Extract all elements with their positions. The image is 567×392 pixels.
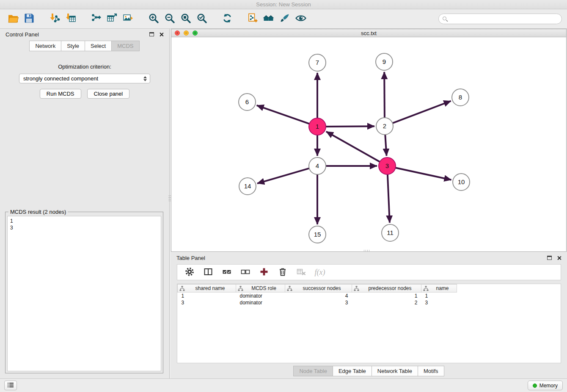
column-header-predecessor-nodes[interactable]: predecessor nodes <box>352 284 421 293</box>
gear-button[interactable] <box>183 266 196 279</box>
zoom-selected-button[interactable] <box>194 11 210 27</box>
node-14[interactable]: 14 <box>239 178 256 195</box>
export-network-button[interactable] <box>88 11 104 27</box>
mcds-buttons: Run MCDS Close panel <box>0 89 169 99</box>
edge-2-9[interactable] <box>384 72 385 118</box>
deselect-all-button[interactable] <box>239 266 252 279</box>
open-session-button[interactable] <box>5 11 21 27</box>
edge-1-6[interactable] <box>257 105 309 124</box>
memory-button[interactable]: Memory <box>528 381 563 390</box>
edge-2-8[interactable] <box>393 101 451 123</box>
delete-row-button[interactable] <box>276 266 289 279</box>
mcds-panel: Optimization criterion: strongly connect… <box>0 53 169 378</box>
tab-motifs[interactable]: Motifs <box>418 366 444 376</box>
node-3[interactable]: 3 <box>379 157 396 174</box>
column-header-successor-nodes[interactable]: successor nodes <box>285 284 352 293</box>
style-button[interactable] <box>277 11 293 27</box>
column-header-mcds-role[interactable]: MCDS role <box>236 284 285 293</box>
edge-4-14[interactable] <box>257 168 309 184</box>
node-11[interactable]: 11 <box>382 224 399 241</box>
node-6[interactable]: 6 <box>239 94 256 110</box>
window-titlebar: Session: New Session <box>0 0 567 9</box>
export-table-icon <box>107 13 118 25</box>
table-row[interactable]: 1dominator411 <box>178 293 457 299</box>
memory-label: Memory <box>539 383 558 389</box>
tab-network-table[interactable]: Network Table <box>372 366 418 376</box>
import-table-button[interactable] <box>63 11 79 27</box>
close-table-panel-icon[interactable] <box>557 256 561 260</box>
svg-text:1: 1 <box>316 123 319 130</box>
select-all-icon <box>222 267 231 278</box>
horizontal-splitter-handle[interactable] <box>364 250 371 252</box>
select-all-button[interactable] <box>220 266 233 279</box>
eye-button[interactable] <box>293 11 309 27</box>
clone-network-button[interactable] <box>245 11 261 27</box>
result-node-id: 3 <box>8 224 161 231</box>
column-header-name[interactable]: name <box>421 284 457 293</box>
zoom-fit-icon <box>180 13 191 25</box>
export-image-button[interactable] <box>120 11 136 27</box>
close-panel-button[interactable]: Close panel <box>87 89 130 99</box>
node-2[interactable]: 2 <box>376 118 393 135</box>
refresh-button[interactable] <box>219 11 235 27</box>
criterion-select[interactable]: strongly connected component <box>19 74 150 83</box>
tree-icon <box>423 286 429 293</box>
deselect-all-icon <box>241 267 250 278</box>
export-table-button[interactable] <box>104 11 120 27</box>
control-panel-tabs: NetworkStyleSelectMCDS <box>0 40 169 51</box>
search-box[interactable] <box>438 14 562 24</box>
cell-successor-nodes: 4 <box>285 293 352 299</box>
columns-button[interactable] <box>202 266 215 279</box>
run-mcds-button[interactable]: Run MCDS <box>40 89 81 99</box>
column-header-shared-name[interactable]: shared name <box>178 284 236 293</box>
cell-mcds-role: dominator <box>236 293 285 299</box>
add-row-button[interactable] <box>258 266 270 279</box>
edge-3-1[interactable] <box>326 132 380 162</box>
tab-node-table[interactable]: Node Table <box>293 366 333 376</box>
close-panel-icon[interactable] <box>159 32 164 37</box>
automation-panel-button[interactable] <box>4 381 17 390</box>
zoom-out-button[interactable] <box>162 11 178 27</box>
table-row[interactable]: 3dominator323 <box>178 299 457 306</box>
mcds-result-list[interactable]: 13 <box>7 216 161 371</box>
save-session-button[interactable] <box>21 11 37 27</box>
style-icon <box>279 13 290 25</box>
edge-1-2[interactable] <box>326 126 374 127</box>
edge-2-3[interactable] <box>385 135 386 156</box>
node-1[interactable]: 1 <box>309 118 326 135</box>
edge-3-10[interactable] <box>396 168 451 180</box>
zoom-in-icon <box>148 13 159 25</box>
node-10[interactable]: 10 <box>453 174 470 190</box>
toolbar-group-gap <box>136 19 146 19</box>
zoom-in-button[interactable] <box>146 11 162 27</box>
tab-edge-table[interactable]: Edge Table <box>333 366 372 376</box>
minimize-button[interactable] <box>184 30 189 36</box>
tab-network[interactable]: Network <box>29 41 61 51</box>
network-canvas[interactable]: 7968124314101511 <box>171 37 566 251</box>
zoom-button[interactable] <box>193 30 198 36</box>
tab-mcds[interactable]: MCDS <box>111 41 139 51</box>
float-panel-icon[interactable] <box>149 32 154 36</box>
node-7[interactable]: 7 <box>309 54 326 71</box>
float-table-panel-icon[interactable] <box>547 256 552 260</box>
svg-text:7: 7 <box>316 59 319 66</box>
close-button[interactable] <box>175 30 180 36</box>
vertical-splitter-handle[interactable] <box>168 196 171 202</box>
network-graph[interactable]: 7968124314101511 <box>171 37 566 251</box>
control-panel-title: Control Panel <box>6 31 39 38</box>
zoom-fit-button[interactable] <box>178 11 194 27</box>
search-input[interactable] <box>450 16 558 22</box>
function-button: f(x) <box>314 266 326 279</box>
node-table-area: shared nameMCDS rolesuccessor nodesprede… <box>177 284 561 363</box>
node-4[interactable]: 4 <box>309 157 326 174</box>
tab-style[interactable]: Style <box>61 41 85 51</box>
tab-select[interactable]: Select <box>85 41 112 51</box>
table-panel-title: Table Panel <box>176 255 205 261</box>
node-15[interactable]: 15 <box>309 226 326 243</box>
import-network-button[interactable] <box>47 11 63 27</box>
node-9[interactable]: 9 <box>376 53 393 70</box>
home-button[interactable] <box>261 11 277 27</box>
edge-3-11[interactable] <box>388 174 390 223</box>
delete-column-icon <box>297 267 306 278</box>
node-8[interactable]: 8 <box>452 89 469 106</box>
